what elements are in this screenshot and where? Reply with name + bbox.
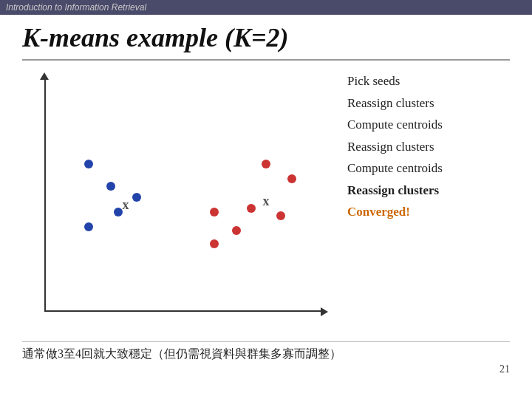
dot-red-3 [247, 204, 256, 213]
page-title: K-means example (K=2) [22, 22, 510, 53]
y-axis [44, 75, 46, 312]
dot-blue-4 [84, 222, 93, 231]
dot-red-4 [276, 211, 285, 220]
dot-blue-3 [132, 193, 141, 202]
main-area: x x Pick seeds Reassign clusters Compute… [22, 59, 510, 334]
title-k2-italic: K [233, 23, 251, 52]
header-bar: Introduction to Information Retrieval [0, 0, 532, 15]
content-area: K-means example (K=2) x x [0, 15, 532, 383]
chart-area: x x [22, 68, 332, 334]
steps-area: Pick seeds Reassign clusters Compute cen… [332, 68, 510, 334]
dot-blue-1 [84, 160, 93, 168]
dot-red-7 [210, 239, 219, 248]
step-reassign-2: Reassign clusters [347, 137, 510, 157]
header-title: Introduction to Information Retrieval [6, 2, 146, 13]
title-equals: =2) [251, 23, 289, 52]
slide-number: 21 [22, 364, 510, 375]
title-k-italic: K [22, 23, 40, 52]
dot-red-5 [210, 208, 219, 216]
step-reassign-1: Reassign clusters [347, 94, 510, 113]
step-compute-1: Compute centroids [347, 115, 510, 134]
step-pick-seeds: Pick seeds [347, 72, 510, 91]
centroid-right: x [263, 194, 270, 209]
step-converged: Converged! [347, 202, 510, 222]
dot-red-6 [232, 226, 241, 235]
x-axis [44, 310, 325, 312]
centroid-left: x [123, 197, 129, 213]
step-reassign-3: Reassign clusters [347, 181, 510, 200]
x-axis-arrow [321, 307, 328, 316]
title-main: -means example ( [40, 23, 233, 52]
dot-blue-2 [106, 182, 115, 191]
dot-red-1 [262, 160, 270, 168]
dot-red-2 [287, 174, 296, 183]
footer-text: 通常做3至4回就大致穩定（但仍需視資料與群集多寡而調整） [22, 341, 510, 362]
step-compute-2: Compute centroids [347, 159, 510, 178]
dot-blue-5 [114, 208, 123, 216]
